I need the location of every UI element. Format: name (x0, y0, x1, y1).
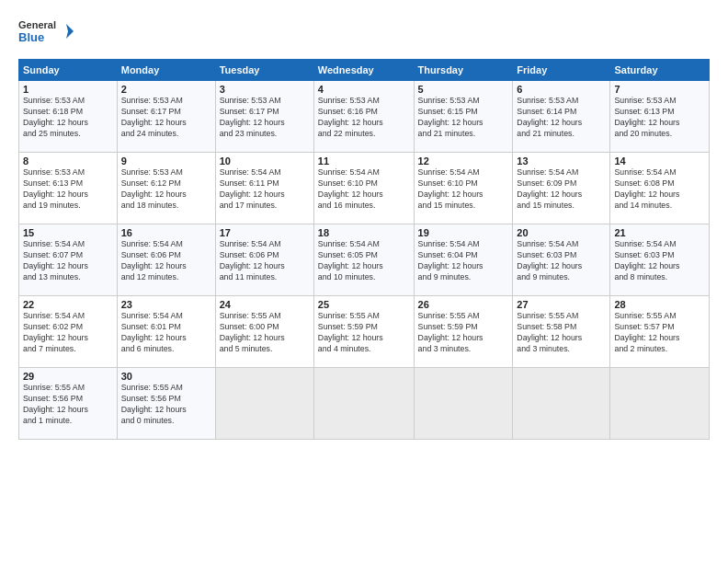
day-number: 3 (220, 84, 310, 95)
calendar-body: 1Sunrise: 5:53 AMSunset: 6:18 PMDaylight… (19, 81, 710, 440)
day-info: Sunrise: 5:54 AMSunset: 6:01 PMDaylight:… (121, 311, 211, 355)
day-number: 17 (220, 227, 310, 238)
day-number: 12 (418, 155, 509, 167)
calendar-cell: 2Sunrise: 5:53 AMSunset: 6:17 PMDaylight… (117, 81, 215, 153)
day-info: Sunrise: 5:53 AMSunset: 6:14 PMDaylight:… (517, 96, 606, 140)
day-number: 7 (614, 84, 705, 95)
calendar-cell: 4Sunrise: 5:53 AMSunset: 6:16 PMDaylight… (313, 81, 414, 153)
day-number: 16 (121, 227, 211, 238)
day-info: Sunrise: 5:54 AMSunset: 6:08 PMDaylight:… (614, 167, 705, 212)
day-info: Sunrise: 5:54 AMSunset: 6:06 PMDaylight:… (121, 239, 211, 283)
day-number: 13 (517, 155, 606, 167)
calendar-cell: 5Sunrise: 5:53 AMSunset: 6:15 PMDaylight… (414, 81, 513, 153)
calendar-cell: 19Sunrise: 5:54 AMSunset: 6:04 PMDayligh… (414, 224, 513, 296)
day-number: 2 (121, 84, 211, 95)
weekday-tuesday: Tuesday (215, 60, 313, 81)
calendar-cell: 24Sunrise: 5:55 AMSunset: 6:00 PMDayligh… (215, 296, 313, 368)
day-info: Sunrise: 5:54 AMSunset: 6:03 PMDaylight:… (614, 239, 705, 283)
day-number: 9 (121, 155, 211, 167)
day-number: 1 (23, 84, 113, 95)
calendar-cell: 8Sunrise: 5:53 AMSunset: 6:13 PMDaylight… (19, 153, 118, 224)
day-info: Sunrise: 5:54 AMSunset: 6:03 PMDaylight:… (517, 239, 606, 283)
calendar-cell (610, 368, 710, 440)
day-number: 6 (517, 84, 606, 95)
calendar-cell: 22Sunrise: 5:54 AMSunset: 6:02 PMDayligh… (19, 296, 118, 368)
day-info: Sunrise: 5:53 AMSunset: 6:15 PMDaylight:… (418, 96, 509, 140)
svg-marker-2 (66, 24, 74, 39)
calendar-cell: 27Sunrise: 5:55 AMSunset: 5:58 PMDayligh… (513, 296, 610, 368)
header: General Blue (18, 17, 710, 50)
week-row-1: 1Sunrise: 5:53 AMSunset: 6:18 PMDaylight… (19, 81, 710, 153)
calendar-cell: 12Sunrise: 5:54 AMSunset: 6:10 PMDayligh… (414, 153, 513, 224)
calendar-cell: 7Sunrise: 5:53 AMSunset: 6:13 PMDaylight… (610, 81, 710, 153)
weekday-wednesday: Wednesday (313, 60, 414, 81)
day-number: 20 (517, 227, 606, 238)
day-number: 23 (121, 299, 211, 310)
calendar-cell (215, 368, 313, 440)
day-number: 19 (418, 227, 509, 238)
weekday-monday: Monday (117, 60, 215, 81)
day-info: Sunrise: 5:55 AMSunset: 5:57 PMDaylight:… (614, 311, 705, 355)
day-number: 26 (418, 299, 509, 310)
calendar-cell: 29Sunrise: 5:55 AMSunset: 5:56 PMDayligh… (19, 368, 118, 440)
day-info: Sunrise: 5:54 AMSunset: 6:11 PMDaylight:… (220, 167, 310, 212)
calendar-cell: 15Sunrise: 5:54 AMSunset: 6:07 PMDayligh… (19, 224, 118, 296)
calendar-cell: 18Sunrise: 5:54 AMSunset: 6:05 PMDayligh… (313, 224, 414, 296)
day-number: 24 (220, 299, 310, 310)
weekday-sunday: Sunday (19, 60, 118, 81)
calendar-cell: 1Sunrise: 5:53 AMSunset: 6:18 PMDaylight… (19, 81, 118, 153)
day-number: 27 (517, 299, 606, 310)
day-info: Sunrise: 5:54 AMSunset: 6:02 PMDaylight:… (23, 311, 113, 355)
day-info: Sunrise: 5:54 AMSunset: 6:10 PMDaylight:… (418, 167, 509, 212)
calendar-cell: 25Sunrise: 5:55 AMSunset: 5:59 PMDayligh… (313, 296, 414, 368)
calendar-cell: 14Sunrise: 5:54 AMSunset: 6:08 PMDayligh… (610, 153, 710, 224)
day-info: Sunrise: 5:53 AMSunset: 6:13 PMDaylight:… (23, 167, 113, 212)
day-info: Sunrise: 5:54 AMSunset: 6:09 PMDaylight:… (517, 167, 606, 212)
week-row-4: 22Sunrise: 5:54 AMSunset: 6:02 PMDayligh… (19, 296, 710, 368)
calendar-cell: 20Sunrise: 5:54 AMSunset: 6:03 PMDayligh… (513, 224, 610, 296)
day-number: 5 (418, 84, 509, 95)
calendar-cell (414, 368, 513, 440)
calendar-cell: 26Sunrise: 5:55 AMSunset: 5:59 PMDayligh… (414, 296, 513, 368)
day-info: Sunrise: 5:54 AMSunset: 6:10 PMDaylight:… (318, 167, 410, 212)
day-info: Sunrise: 5:53 AMSunset: 6:18 PMDaylight:… (23, 96, 113, 140)
day-info: Sunrise: 5:55 AMSunset: 5:58 PMDaylight:… (517, 311, 606, 355)
day-number: 14 (614, 155, 705, 167)
day-info: Sunrise: 5:54 AMSunset: 6:06 PMDaylight:… (220, 239, 310, 283)
calendar-cell: 21Sunrise: 5:54 AMSunset: 6:03 PMDayligh… (610, 224, 710, 296)
week-row-5: 29Sunrise: 5:55 AMSunset: 5:56 PMDayligh… (19, 368, 710, 440)
day-info: Sunrise: 5:55 AMSunset: 5:56 PMDaylight:… (121, 383, 211, 427)
day-number: 15 (23, 227, 113, 238)
day-number: 8 (23, 155, 113, 167)
day-number: 10 (220, 155, 310, 167)
day-number: 11 (318, 155, 410, 167)
day-number: 18 (318, 227, 410, 238)
day-number: 28 (614, 299, 705, 310)
calendar-cell: 17Sunrise: 5:54 AMSunset: 6:06 PMDayligh… (215, 224, 313, 296)
day-info: Sunrise: 5:55 AMSunset: 5:59 PMDaylight:… (318, 311, 410, 355)
day-info: Sunrise: 5:53 AMSunset: 6:12 PMDaylight:… (121, 167, 211, 212)
calendar-cell: 16Sunrise: 5:54 AMSunset: 6:06 PMDayligh… (117, 224, 215, 296)
day-number: 29 (23, 371, 113, 382)
weekday-thursday: Thursday (414, 60, 513, 81)
logo: General Blue (18, 17, 74, 50)
weekday-friday: Friday (513, 60, 610, 81)
calendar-table: SundayMondayTuesdayWednesdayThursdayFrid… (18, 59, 710, 440)
calendar-cell (313, 368, 414, 440)
calendar-cell: 10Sunrise: 5:54 AMSunset: 6:11 PMDayligh… (215, 153, 313, 224)
day-info: Sunrise: 5:54 AMSunset: 6:05 PMDaylight:… (318, 239, 410, 283)
calendar-cell (513, 368, 610, 440)
calendar-page: General Blue SundayMondayTuesdayWednesda… (0, 0, 728, 563)
calendar-cell: 28Sunrise: 5:55 AMSunset: 5:57 PMDayligh… (610, 296, 710, 368)
day-info: Sunrise: 5:54 AMSunset: 6:07 PMDaylight:… (23, 239, 113, 283)
day-number: 4 (318, 84, 410, 95)
calendar-cell: 9Sunrise: 5:53 AMSunset: 6:12 PMDaylight… (117, 153, 215, 224)
svg-text:General: General (18, 19, 56, 30)
day-info: Sunrise: 5:55 AMSunset: 5:59 PMDaylight:… (418, 311, 509, 355)
day-info: Sunrise: 5:55 AMSunset: 6:00 PMDaylight:… (220, 311, 310, 355)
weekday-saturday: Saturday (610, 60, 710, 81)
day-info: Sunrise: 5:53 AMSunset: 6:17 PMDaylight:… (121, 96, 211, 140)
calendar-cell: 6Sunrise: 5:53 AMSunset: 6:14 PMDaylight… (513, 81, 610, 153)
day-number: 30 (121, 371, 211, 382)
calendar-cell: 3Sunrise: 5:53 AMSunset: 6:17 PMDaylight… (215, 81, 313, 153)
